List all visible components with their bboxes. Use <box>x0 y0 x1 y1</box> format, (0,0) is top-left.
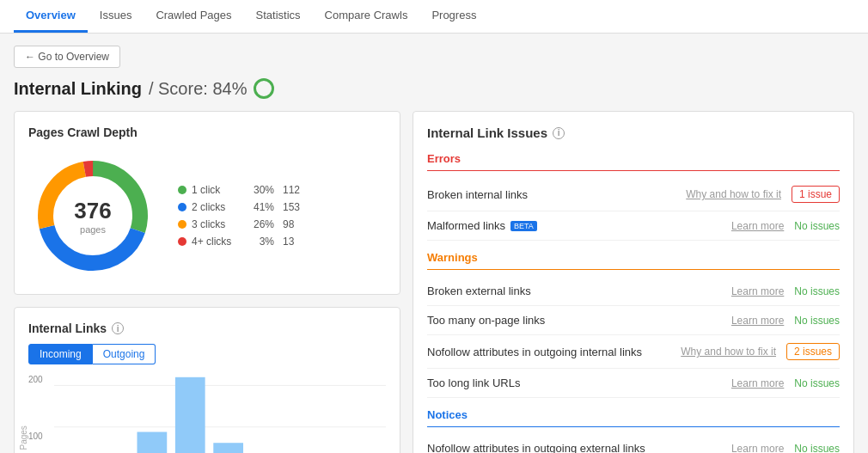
tab-group: Incoming Outgoing <box>28 344 386 364</box>
legend-pct: 41% <box>248 201 274 213</box>
internal-links-header: Internal Links i <box>28 321 386 335</box>
issue-row-too-long: Too long link URLs Learn more No issues <box>427 369 840 398</box>
warnings-section-header: Warnings <box>427 251 840 270</box>
legend-name: 3 clicks <box>192 218 243 230</box>
legend-count: 13 <box>279 236 294 248</box>
nav-item-statistics[interactable]: Statistics <box>244 0 313 33</box>
nav-item-issues[interactable]: Issues <box>88 0 144 33</box>
issue-name-broken-internal: Broken internal links <box>427 188 528 201</box>
legend-item: 4+ clicks 3% 13 <box>178 236 277 248</box>
issues-title-text: Internal Link Issues <box>427 125 547 140</box>
legend-count: 112 <box>279 184 300 196</box>
nav-bar: Overview Issues Crawled Pages Statistics… <box>0 0 868 34</box>
legend-pct: 30% <box>248 184 274 196</box>
bar-chart-svg: 0 1 2-5 6-15 16-50 51-150 151-500 500+ #… <box>54 375 386 453</box>
legend-name: 1 click <box>192 184 243 196</box>
broken-external-status: No issues <box>794 285 840 297</box>
legend-name: 2 clicks <box>192 201 243 213</box>
legend-item: 2 clicks 41% 153 <box>178 201 277 213</box>
y-tick-100: 100 <box>28 432 43 441</box>
legend-pct: 26% <box>248 218 274 230</box>
main-content: ← Go to Overview Internal Linking / Scor… <box>0 34 868 453</box>
issue-right-too-many: Learn more No issues <box>731 315 840 327</box>
legend-dot <box>178 220 186 229</box>
score-circle-icon <box>254 78 274 99</box>
issue-name-too-many: Too many on-page links <box>427 314 545 327</box>
issue-right-broken-external: Learn more No issues <box>731 285 840 297</box>
issue-right-broken-internal: Why and how to fix it 1 issue <box>686 186 840 203</box>
issues-card: Internal Link Issues i Errors Broken int… <box>413 111 854 453</box>
page-title-text: Internal Linking <box>14 79 142 99</box>
info-icon[interactable]: i <box>112 322 124 334</box>
issue-row-nofollow-internal: Nofollow attributes in outgoing internal… <box>427 335 840 369</box>
malformed-link[interactable]: Learn more <box>731 220 784 232</box>
svg-rect-11 <box>213 443 243 453</box>
legend-count: 98 <box>279 218 294 230</box>
internal-links-card: Internal Links i Incoming Outgoing 200 1… <box>14 307 400 453</box>
beta-badge: BETA <box>510 221 537 231</box>
donut-label: pages <box>74 224 111 235</box>
too-long-status: No issues <box>794 377 840 389</box>
broken-internal-badge: 1 issue <box>792 186 840 203</box>
internal-links-title-text: Internal Links <box>28 321 107 335</box>
issue-row-too-many: Too many on-page links Learn more No iss… <box>427 306 840 335</box>
right-column: Internal Link Issues i Errors Broken int… <box>413 111 854 453</box>
y-axis-label: Pages <box>19 425 28 450</box>
svg-rect-10 <box>175 377 205 453</box>
issue-right-nofollow-internal: Why and how to fix it 2 issues <box>681 343 840 360</box>
legend-dot <box>178 237 186 246</box>
issue-row-broken-external: Broken external links Learn more No issu… <box>427 277 840 306</box>
issues-info-icon[interactable]: i <box>553 127 565 139</box>
issue-row-broken-internal: Broken internal links Why and how to fix… <box>427 178 840 211</box>
errors-section-header: Errors <box>427 152 840 171</box>
issue-right-too-long: Learn more No issues <box>731 377 840 389</box>
two-column-layout: Pages Crawl Depth 376 <box>14 111 854 453</box>
issue-name-nofollow-internal: Nofollow attributes in outgoing internal… <box>427 346 642 358</box>
nav-item-crawled-pages[interactable]: Crawled Pages <box>144 0 243 33</box>
broken-external-link[interactable]: Learn more <box>731 285 784 297</box>
back-button[interactable]: ← Go to Overview <box>14 46 120 68</box>
too-long-link[interactable]: Learn more <box>731 377 784 389</box>
crawl-depth-title: Pages Crawl Depth <box>28 125 386 139</box>
issue-right-malformed: Learn more No issues <box>731 220 840 232</box>
broken-internal-link[interactable]: Why and how to fix it <box>686 188 781 200</box>
nofollow-internal-link[interactable]: Why and how to fix it <box>681 346 776 358</box>
too-many-link[interactable]: Learn more <box>731 315 784 327</box>
issue-row-malformed: Malformed links BETA Learn more No issue… <box>427 211 840 241</box>
notices-section-header: Notices <box>427 408 840 427</box>
donut-center: 376 pages <box>74 198 111 235</box>
svg-rect-9 <box>138 432 168 453</box>
issues-card-title: Internal Link Issues i <box>427 125 840 140</box>
issue-name-malformed: Malformed links BETA <box>427 219 537 232</box>
issue-row-nofollow-external: Nofollow attributes in outgoing external… <box>427 434 840 453</box>
issue-right-nofollow-external: Learn more No issues <box>731 443 840 454</box>
legend-name: 4+ clicks <box>192 236 243 248</box>
legend-count: 153 <box>279 201 300 213</box>
tab-outgoing[interactable]: Outgoing <box>93 344 156 364</box>
issue-name-too-long: Too long link URLs <box>427 376 520 389</box>
nav-item-compare-crawls[interactable]: Compare Crawls <box>313 0 420 33</box>
nofollow-external-status: No issues <box>794 443 840 454</box>
crawl-depth-card: Pages Crawl Depth 376 <box>14 111 400 295</box>
malformed-status: No issues <box>794 220 840 232</box>
score-text: / Score: 84% <box>149 79 248 99</box>
nav-item-overview[interactable]: Overview <box>14 0 88 33</box>
issue-name-nofollow-external: Nofollow attributes in outgoing external… <box>427 442 645 453</box>
donut-chart: 376 pages <box>28 151 157 280</box>
legend-item: 3 clicks 26% 98 <box>178 218 277 230</box>
tab-incoming[interactable]: Incoming <box>28 344 93 364</box>
legend: 1 click 30% 112 2 clicks 41% 153 3 click… <box>178 184 277 248</box>
nav-item-progress[interactable]: Progress <box>419 0 488 33</box>
issue-name-broken-external: Broken external links <box>427 285 531 297</box>
bar-chart-container: 200 100 0 Pages <box>28 375 386 453</box>
page-title: Internal Linking / Score: 84% <box>14 78 854 99</box>
y-tick-200: 200 <box>28 375 43 384</box>
legend-item: 1 click 30% 112 <box>178 184 277 196</box>
too-many-status: No issues <box>794 315 840 327</box>
donut-number: 376 <box>74 198 111 224</box>
nofollow-external-link[interactable]: Learn more <box>731 443 784 454</box>
left-column: Pages Crawl Depth 376 <box>14 111 400 453</box>
donut-section: 376 pages 1 click 30% 112 2 clicks 41% 1… <box>28 151 386 280</box>
nofollow-internal-badge: 2 issues <box>786 343 840 360</box>
legend-pct: 3% <box>248 236 274 248</box>
